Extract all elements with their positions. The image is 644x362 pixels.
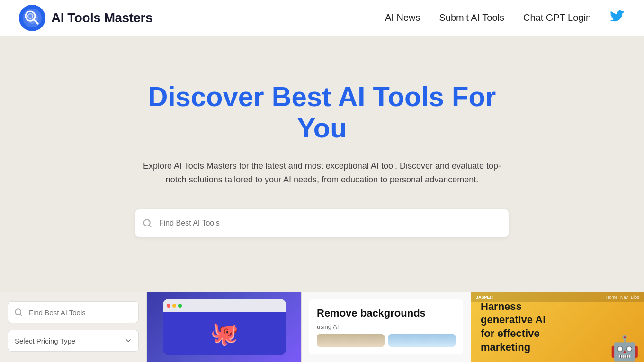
card-3-title: Harness generative AI for effective mark… — [481, 300, 556, 354]
nav-chat-gpt[interactable]: Chat GPT Login — [523, 12, 591, 23]
window-dot-red — [167, 304, 170, 308]
pricing-type-select[interactable]: Select Pricing Type Free Freemium Paid F… — [8, 330, 139, 352]
pricing-select-container: Select Pricing Type Free Freemium Paid F… — [8, 330, 139, 352]
card-1-body: 🐙 — [163, 312, 286, 355]
svg-line-9 — [20, 314, 21, 315]
window-dot-green — [178, 304, 182, 308]
tool-card-1[interactable]: 🐙 — [147, 292, 301, 362]
tool-card-2-inner: Remove backgrounds using AI — [309, 299, 463, 354]
card-3-logo: JASPER — [476, 295, 493, 299]
card-1-header — [163, 299, 286, 312]
tool-card-1-inner: 🐙 — [163, 299, 286, 355]
nav-submit-tools[interactable]: Submit AI Tools — [439, 12, 504, 23]
hero-search-container — [135, 209, 509, 237]
hero-section: Discover Best AI Tools For You Explore A… — [0, 36, 644, 292]
card-3-navbar: JASPER Home Nav Blog — [471, 292, 644, 302]
remove-bg-sub: using AI — [317, 323, 456, 330]
svg-line-7 — [149, 225, 151, 227]
twitter-icon[interactable] — [610, 10, 625, 26]
main-nav: AI News Submit AI Tools Chat GPT Login — [385, 10, 625, 26]
tool-card-2[interactable]: Remove backgrounds using AI — [301, 292, 471, 362]
demo-after — [388, 334, 456, 347]
window-dot-yellow — [172, 304, 176, 308]
remove-bg-title: Remove backgrounds — [317, 307, 456, 319]
sidebar-search-icon — [14, 308, 23, 317]
creature-icon: 🐙 — [210, 320, 239, 347]
hero-search-input[interactable] — [135, 209, 509, 237]
hero-subtitle: Explore AI Tools Masters for the latest … — [137, 159, 507, 187]
remove-bg-demo — [317, 334, 456, 347]
card-3-robot-icon: 🤖 — [610, 335, 639, 362]
site-title: AI Tools Masters — [51, 10, 152, 26]
sidebar-panel: Select Pricing Type Free Freemium Paid F… — [0, 292, 147, 362]
site-header: AI Tools Masters AI News Submit AI Tools… — [0, 0, 644, 36]
tool-cards-row: 🐙 Remove backgrounds using AI JASPER Hom… — [147, 292, 644, 362]
demo-before — [317, 334, 385, 347]
hero-search-icon — [143, 218, 152, 228]
header-logo-area: AI Tools Masters — [19, 5, 152, 31]
sidebar-search-container — [8, 301, 139, 323]
hero-title: Discover Best AI Tools For You — [133, 81, 511, 144]
site-logo-icon — [19, 5, 45, 31]
tool-card-3[interactable]: JASPER Home Nav Blog Harness generative … — [471, 292, 644, 362]
nav-ai-news[interactable]: AI News — [385, 12, 420, 23]
sidebar-search-input[interactable] — [8, 301, 139, 323]
bottom-section: Select Pricing Type Free Freemium Paid F… — [0, 292, 644, 362]
